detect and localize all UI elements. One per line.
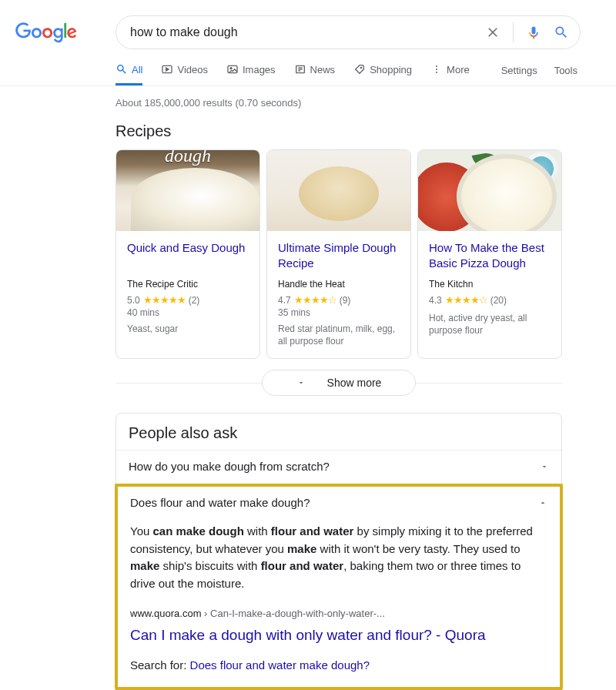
recipe-card[interactable]: Ultimate Simple Dough Recipe Handle the … [266, 149, 411, 359]
paa-citation: www.quora.com › Can-I-make-a-dough-with-… [130, 606, 547, 621]
recipe-source: The Kitchn [429, 279, 551, 290]
highlighted-answer: Does flour and water make dough? You can… [115, 484, 563, 690]
nav-settings[interactable]: Settings [501, 65, 537, 84]
recipe-cards: dough Quick and Easy Dough The Recipe Cr… [116, 149, 562, 359]
show-more-button[interactable]: Show more [262, 370, 417, 396]
chevron-up-icon [538, 498, 547, 507]
paa-heading: People also ask [116, 414, 561, 450]
recipe-rating: 4.3★★★★☆(20) [429, 294, 551, 306]
paa-source-link[interactable]: Can I make a dough with only water and f… [130, 625, 547, 647]
search-bar[interactable] [116, 15, 581, 49]
star-icon: ★★★★☆ [445, 294, 487, 306]
tab-images[interactable]: Images [226, 63, 276, 85]
google-logo[interactable] [15, 22, 77, 43]
tab-videos[interactable]: Videos [161, 63, 208, 85]
divider [0, 85, 616, 86]
mic-icon[interactable] [526, 25, 541, 40]
tab-news[interactable]: News [294, 63, 336, 85]
paa-answer: You can make dough with flour and water … [118, 518, 560, 687]
paa-search-for-link[interactable]: Does flour and water make dough? [190, 658, 370, 672]
star-icon: ★★★★☆ [294, 294, 336, 306]
svg-point-8 [436, 65, 437, 67]
chevron-down-icon [540, 462, 549, 471]
recipe-card[interactable]: How To Make the Best Basic Pizza Dough T… [417, 149, 562, 359]
paa-question[interactable]: How do you make dough from scratch? [116, 451, 561, 482]
nav-tabs: All Videos Images News Shopping More [116, 63, 470, 85]
svg-point-10 [436, 72, 437, 73]
recipe-thumbnail [418, 150, 561, 231]
tab-more[interactable]: More [430, 63, 470, 85]
chevron-down-icon [296, 378, 306, 387]
recipe-title: How To Make the Best Basic Pizza Dough [429, 240, 551, 271]
recipe-source: Handle the Heat [278, 279, 400, 290]
recipe-rating: 5.0★★★★★(2) [127, 294, 249, 306]
result-stats: About 185,000,000 results (0.70 seconds) [116, 97, 562, 109]
recipe-thumbnail: dough [116, 150, 259, 231]
search-input[interactable] [130, 25, 485, 39]
recipe-ingredients: Red star platinum, milk, egg, all purpos… [278, 323, 400, 347]
nav-tools[interactable]: Tools [554, 65, 578, 84]
svg-point-2 [230, 68, 232, 69]
clear-icon[interactable] [485, 25, 500, 40]
tab-shopping[interactable]: Shopping [353, 63, 412, 85]
recipe-title: Quick and Easy Dough [127, 240, 249, 271]
paa-question[interactable]: Does flour and water make dough? [118, 487, 560, 518]
recipe-source: The Recipe Critic [127, 279, 249, 290]
search-icon[interactable] [554, 25, 569, 40]
recipe-time: 35 mins [278, 307, 400, 318]
tab-all[interactable]: All [116, 63, 142, 85]
recipe-title: Ultimate Simple Dough Recipe [278, 240, 400, 271]
svg-point-7 [360, 67, 361, 68]
recipe-rating: 4.7★★★★☆(9) [278, 294, 400, 306]
star-icon: ★★★★★ [143, 294, 186, 306]
people-also-ask: People also ask How do you make dough fr… [116, 413, 562, 690]
paa-search-for: Search for: Does flour and water make do… [130, 657, 547, 675]
recipe-card[interactable]: dough Quick and Easy Dough The Recipe Cr… [116, 149, 260, 359]
recipes-heading: Recipes [116, 122, 562, 140]
svg-point-9 [436, 69, 437, 70]
divider [513, 22, 514, 42]
recipe-ingredients: Yeast, sugar [127, 323, 249, 335]
recipe-ingredients: Hot, active dry yeast, all purpose flour [429, 312, 551, 337]
recipe-thumbnail [267, 150, 410, 231]
recipe-time: 40 mins [127, 307, 249, 318]
